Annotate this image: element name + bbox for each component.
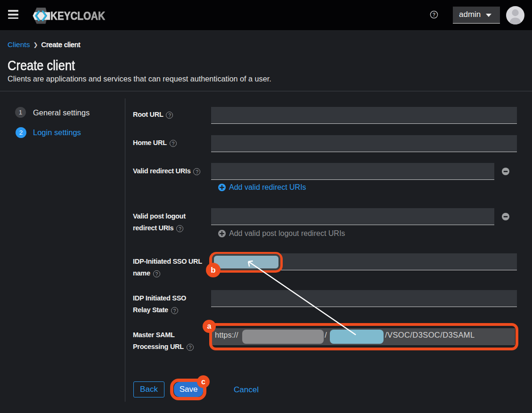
svg-text:?: ? (433, 12, 435, 17)
